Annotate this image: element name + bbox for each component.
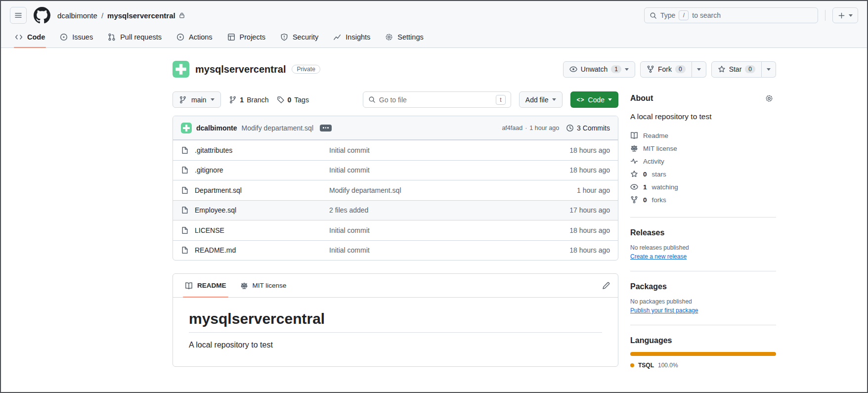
branch-selector[interactable]: main bbox=[173, 91, 221, 108]
add-file-button[interactable]: Add file bbox=[519, 91, 563, 108]
star-button-group: Star 0 bbox=[711, 61, 776, 78]
fork-button[interactable]: Fork 0 bbox=[640, 61, 692, 78]
language-legend-tsql[interactable]: TSQL 100.0% bbox=[630, 362, 776, 369]
repo-title[interactable]: mysqlservercentral bbox=[195, 64, 286, 75]
go-to-file-input[interactable]: t bbox=[363, 91, 511, 108]
breadcrumb-owner[interactable]: dcalbimonte bbox=[57, 11, 97, 20]
chevron-down-icon bbox=[697, 68, 701, 71]
tag-count-label: Tags bbox=[294, 96, 309, 104]
tab-security[interactable]: Security bbox=[275, 27, 323, 47]
branches-link[interactable]: 1 Branch bbox=[229, 96, 268, 104]
sidebar-item-stars[interactable]: 0 stars bbox=[630, 168, 776, 180]
file-link[interactable]: LICENSE bbox=[195, 226, 224, 234]
chevron-down-icon bbox=[767, 68, 771, 71]
create-release-link[interactable]: Create a new release bbox=[630, 253, 687, 260]
create-new-button[interactable] bbox=[832, 7, 858, 23]
table-row[interactable]: .gitignore Initial commit 18 hours ago bbox=[173, 160, 618, 180]
search-placeholder-suffix: to search bbox=[692, 11, 721, 19]
file-commit-link[interactable]: Initial commit bbox=[329, 146, 370, 154]
tags-link[interactable]: 0 Tags bbox=[277, 96, 309, 104]
file-commit-link[interactable]: Initial commit bbox=[329, 166, 370, 174]
goto-key-hint: t bbox=[496, 95, 506, 105]
languages-section: Languages TSQL 100.0% bbox=[630, 336, 776, 369]
search-icon bbox=[650, 12, 657, 19]
packages-section: Packages No packages published Publish y… bbox=[630, 282, 776, 314]
edit-repo-details-button[interactable] bbox=[762, 91, 776, 105]
file-icon bbox=[181, 206, 189, 214]
tab-label: Pull requests bbox=[120, 33, 162, 41]
tab-code[interactable]: Code bbox=[10, 27, 50, 47]
releases-title: Releases bbox=[630, 228, 776, 237]
search-slash-key: / bbox=[679, 10, 689, 20]
file-time: 17 hours ago bbox=[541, 206, 610, 214]
file-link[interactable]: .gitattributes bbox=[195, 146, 232, 154]
tab-projects[interactable]: Projects bbox=[222, 27, 270, 47]
chevron-down-icon bbox=[608, 98, 612, 101]
item-label: forks bbox=[652, 196, 666, 204]
commit-message-link[interactable]: Modify departament.sql bbox=[241, 124, 313, 132]
file-link[interactable]: .gitignore bbox=[195, 166, 223, 174]
file-commit-link[interactable]: Modify departament.sql bbox=[329, 186, 401, 194]
file-link[interactable]: Department.sql bbox=[195, 186, 242, 194]
file-commit-link[interactable]: Initial commit bbox=[329, 226, 370, 234]
search-placeholder-prefix: Type bbox=[660, 11, 675, 19]
fork-button-group: Fork 0 bbox=[640, 61, 706, 78]
star-button[interactable]: Star 0 bbox=[711, 61, 762, 78]
unwatch-button[interactable]: Unwatch 1 bbox=[563, 61, 635, 78]
edit-readme-button[interactable] bbox=[599, 279, 613, 293]
eye-icon bbox=[569, 65, 577, 73]
table-row[interactable]: .gitattributes Initial commit 18 hours a… bbox=[173, 140, 618, 160]
gear-icon bbox=[385, 33, 393, 41]
sidebar-item-license[interactable]: MIT license bbox=[630, 142, 776, 155]
star-dropdown-button[interactable] bbox=[762, 61, 776, 78]
table-row[interactable]: README.md Initial commit 18 hours ago bbox=[173, 240, 618, 261]
tab-insights[interactable]: Insights bbox=[328, 27, 375, 47]
sidebar-item-readme[interactable]: Readme bbox=[630, 129, 776, 142]
dot bbox=[323, 127, 324, 129]
file-link[interactable]: README.md bbox=[195, 246, 236, 254]
sidebar-item-activity[interactable]: Activity bbox=[630, 155, 776, 168]
pencil-icon bbox=[602, 282, 610, 290]
publish-package-link[interactable]: Publish your first package bbox=[630, 307, 698, 314]
commit-meta: af4faad · 1 hour ago bbox=[502, 125, 559, 131]
tab-issues[interactable]: Issues bbox=[55, 27, 98, 47]
pull-request-icon bbox=[108, 33, 116, 41]
repo-description: A local repository to test bbox=[630, 112, 776, 121]
commit-sha-link[interactable]: af4faad bbox=[502, 125, 522, 131]
code-button[interactable]: <> Code bbox=[570, 91, 618, 108]
github-logo[interactable] bbox=[34, 7, 50, 24]
branch-icon bbox=[179, 96, 187, 104]
fork-icon bbox=[647, 65, 654, 73]
sidebar-item-watching[interactable]: 1 watching bbox=[630, 180, 776, 193]
repo-avatar bbox=[173, 61, 189, 78]
item-label: MIT license bbox=[643, 145, 677, 152]
go-to-file-field[interactable] bbox=[379, 96, 492, 104]
code-icon bbox=[15, 33, 23, 41]
table-row[interactable]: LICENSE Initial commit 18 hours ago bbox=[173, 220, 618, 240]
item-label: stars bbox=[652, 171, 666, 178]
commit-history-link[interactable]: 3 Commits bbox=[566, 124, 610, 132]
table-row[interactable]: Department.sql Modify departament.sql 1 … bbox=[173, 180, 618, 200]
file-link[interactable]: Employee.sql bbox=[195, 206, 236, 214]
tab-readme[interactable]: README bbox=[178, 274, 233, 297]
global-search-input[interactable]: Type / to search bbox=[644, 7, 818, 23]
commit-message-ellipsis-button[interactable] bbox=[320, 125, 332, 131]
global-nav-menu-button[interactable] bbox=[10, 7, 27, 24]
file-commit-link[interactable]: Initial commit bbox=[329, 246, 370, 254]
meta-separator: · bbox=[525, 125, 527, 131]
gear-icon bbox=[765, 94, 773, 102]
table-row[interactable]: Employee.sql 2 files added 17 hours ago bbox=[173, 200, 618, 220]
tab-actions[interactable]: Actions bbox=[172, 27, 217, 47]
sidebar-item-forks[interactable]: 0 forks bbox=[630, 193, 776, 206]
packages-title: Packages bbox=[630, 282, 776, 291]
file-commit-link[interactable]: 2 files added bbox=[329, 206, 368, 214]
commit-author-link[interactable]: dcalbimonte bbox=[196, 124, 237, 132]
watch-count: 1 bbox=[611, 65, 621, 73]
tab-pull-requests[interactable]: Pull requests bbox=[103, 27, 167, 47]
tab-settings[interactable]: Settings bbox=[380, 27, 428, 47]
branch-count-label: Branch bbox=[247, 96, 268, 104]
fork-dropdown-button[interactable] bbox=[692, 61, 706, 78]
tab-label: Projects bbox=[240, 33, 265, 41]
tab-mit-license[interactable]: MIT license bbox=[233, 274, 294, 297]
breadcrumb-repo[interactable]: mysqlservercentral bbox=[107, 11, 185, 20]
